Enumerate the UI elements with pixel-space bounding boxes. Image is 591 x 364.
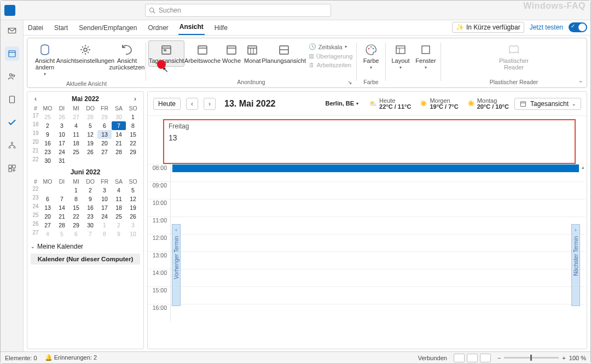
view-btn-2[interactable] bbox=[467, 354, 478, 362]
reset-view-button[interactable]: Ansicht zurücksetzen bbox=[111, 40, 143, 73]
day-cell[interactable]: 20 bbox=[40, 212, 55, 221]
next-appointment-peek[interactable]: › Nächster Termin bbox=[571, 224, 580, 306]
prev-day-button[interactable]: ‹ bbox=[186, 98, 198, 110]
day-cell[interactable]: 15 bbox=[69, 203, 83, 212]
weather-day[interactable]: ☀️Montag20°C / 10°C bbox=[467, 98, 509, 110]
dialog-launcher-icon[interactable]: ↘ bbox=[347, 79, 352, 85]
try-now-toggle[interactable]: ✓ bbox=[569, 22, 587, 32]
hour-slot[interactable] bbox=[171, 181, 586, 199]
weather-day[interactable]: ⛅Heute22°C / 11°C bbox=[369, 98, 411, 110]
try-now-link[interactable]: Jetzt testen bbox=[530, 24, 563, 31]
day-cell[interactable]: 20 bbox=[97, 139, 112, 148]
next-month-button[interactable]: › bbox=[131, 95, 139, 103]
scroll-up-icon[interactable]: ▴ bbox=[580, 164, 586, 171]
hour-slot[interactable] bbox=[171, 164, 586, 181]
day-cell[interactable]: 18 bbox=[112, 203, 126, 212]
day-cell[interactable]: 29 bbox=[69, 221, 83, 230]
day-cell[interactable]: 25 bbox=[112, 212, 126, 221]
day-cell[interactable]: 27 bbox=[40, 221, 55, 230]
day-cell[interactable]: 3 bbox=[55, 121, 69, 130]
day-cell[interactable]: 3 bbox=[126, 221, 140, 230]
color-button[interactable]: Farbe ▾ bbox=[359, 40, 383, 73]
weather-location[interactable]: Berlin, BE ▾ bbox=[326, 101, 359, 107]
day-cell[interactable]: 26 bbox=[126, 212, 140, 221]
day-cell[interactable]: 8 bbox=[126, 121, 140, 130]
day-cell[interactable]: 7 bbox=[83, 230, 97, 238]
prev-month-button[interactable]: ‹ bbox=[32, 95, 39, 103]
day-cell[interactable]: 1 bbox=[69, 186, 83, 195]
day-cell[interactable]: 27 bbox=[69, 113, 83, 121]
zoom-plus-icon[interactable]: + bbox=[562, 355, 565, 361]
day-cell[interactable]: 2 bbox=[112, 221, 126, 230]
day-cell[interactable]: 2 bbox=[83, 186, 97, 195]
day-cell[interactable]: 28 bbox=[112, 148, 126, 156]
zoom-minus-icon[interactable]: − bbox=[497, 355, 501, 361]
day-cell[interactable]: 1 bbox=[97, 221, 112, 230]
search-input[interactable]: Suchen bbox=[145, 4, 331, 17]
day-cell[interactable]: 4 bbox=[69, 121, 83, 130]
collapse-ribbon-icon[interactable]: ⌄ bbox=[578, 77, 583, 84]
weather-day[interactable]: ☀️Morgen19°C / 7°C bbox=[420, 98, 458, 110]
tab-folder[interactable]: Ordner bbox=[147, 22, 169, 35]
day-cell[interactable]: 22 bbox=[126, 139, 140, 148]
hour-slot[interactable] bbox=[171, 286, 586, 304]
hour-slot[interactable] bbox=[171, 251, 586, 269]
tab-help[interactable]: Hilfe bbox=[213, 22, 229, 35]
time-grid[interactable]: 08:0009:0010:0011:0012:0013:0014:0015:00… bbox=[148, 164, 586, 349]
change-view-button[interactable]: Ansicht ändern ▾ bbox=[30, 40, 60, 79]
rail-orgchart-icon[interactable] bbox=[5, 138, 19, 152]
day-cell[interactable]: 6 bbox=[69, 230, 83, 238]
next-day-button[interactable]: › bbox=[204, 98, 216, 110]
day-cell[interactable]: 29 bbox=[97, 113, 112, 121]
day-cell[interactable]: 31 bbox=[55, 156, 69, 165]
day-cell[interactable]: 4 bbox=[112, 186, 126, 195]
day-cell[interactable]: 19 bbox=[126, 203, 140, 212]
day-cell[interactable]: 24 bbox=[55, 148, 69, 156]
week-button[interactable]: Woche bbox=[221, 40, 242, 67]
zoom-slider[interactable]: − + 100 % bbox=[497, 355, 586, 361]
day-cell[interactable]: 17 bbox=[97, 203, 112, 212]
hour-slot[interactable] bbox=[171, 216, 586, 234]
day-cell[interactable]: 13 bbox=[97, 130, 112, 139]
day-cell[interactable]: 3 bbox=[97, 186, 112, 195]
rail-notes-icon[interactable] bbox=[5, 92, 19, 107]
day-cell[interactable]: 13 bbox=[40, 203, 55, 212]
day-cell[interactable]: 23 bbox=[40, 148, 55, 156]
view-switcher[interactable] bbox=[454, 354, 491, 362]
rail-calendar-icon[interactable] bbox=[5, 46, 19, 61]
rail-todo-icon[interactable] bbox=[5, 115, 19, 130]
rail-apps-icon[interactable] bbox=[5, 161, 19, 175]
time-scale-button[interactable]: 🕓Zeitskala▾ bbox=[306, 43, 355, 51]
day-view-button[interactable]: Tagesansicht bbox=[148, 40, 184, 67]
day-cell[interactable]: 10 bbox=[97, 195, 112, 203]
day-cell[interactable]: 16 bbox=[83, 203, 97, 212]
window-button[interactable]: Fenster ▾ bbox=[413, 40, 438, 73]
day-cell[interactable]: 26 bbox=[55, 113, 69, 121]
coming-soon-button[interactable]: ✨ In Kürze verfügbar bbox=[452, 22, 524, 33]
view-btn-1[interactable] bbox=[454, 354, 465, 362]
month-button[interactable]: Monat bbox=[242, 40, 263, 67]
tab-file[interactable]: Datei bbox=[27, 22, 44, 35]
day-cell[interactable]: 6 bbox=[40, 195, 55, 203]
day-cell[interactable]: 17 bbox=[55, 139, 69, 148]
day-cell[interactable]: 5 bbox=[55, 230, 69, 238]
tab-send-receive[interactable]: Senden/Empfangen bbox=[78, 22, 138, 35]
day-cell[interactable]: 7 bbox=[55, 195, 69, 203]
status-reminders[interactable]: 🔔 Erinnerungen: 2 bbox=[45, 354, 97, 361]
day-cell[interactable]: 25 bbox=[40, 113, 55, 121]
vertical-scrollbar[interactable]: ▴ bbox=[580, 164, 586, 349]
allday-event-bar[interactable] bbox=[172, 165, 579, 172]
day-cell[interactable]: 22 bbox=[69, 212, 83, 221]
day-cell[interactable]: 9 bbox=[112, 230, 126, 238]
day-cell[interactable]: 15 bbox=[126, 130, 140, 139]
day-cell[interactable]: 4 bbox=[40, 230, 55, 238]
day-cell[interactable]: 14 bbox=[112, 130, 126, 139]
day-cell[interactable]: 5 bbox=[126, 186, 140, 195]
day-cell[interactable]: 10 bbox=[126, 230, 140, 238]
day-cell[interactable]: 7 bbox=[112, 121, 126, 130]
prev-appointment-peek[interactable]: ‹ Vorheriger Termin bbox=[172, 224, 181, 306]
day-cell[interactable]: 23 bbox=[83, 212, 97, 221]
day-cell[interactable]: 6 bbox=[97, 121, 112, 130]
day-cell[interactable]: 25 bbox=[69, 148, 83, 156]
day-cell[interactable]: 8 bbox=[97, 230, 112, 238]
